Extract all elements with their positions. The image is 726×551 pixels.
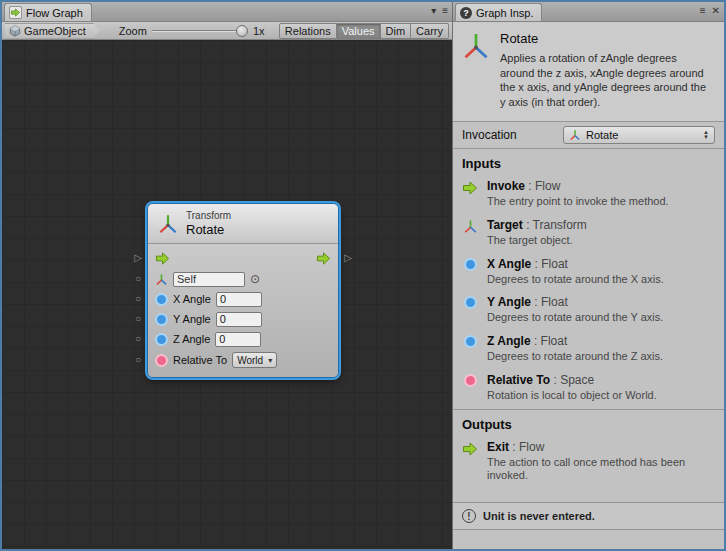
node-self-row: Self ⊙ bbox=[155, 269, 331, 289]
node-title: Rotate bbox=[186, 222, 231, 237]
input-doc-z-angle: Z AngleFloat Degrees to rotate around th… bbox=[453, 331, 724, 370]
dropdown-caret-icon: ▾ bbox=[268, 356, 272, 365]
y-angle-field[interactable]: 0 bbox=[216, 312, 262, 327]
port-description: The target object. bbox=[487, 234, 587, 248]
port-description: Rotation is local to object or World. bbox=[487, 389, 657, 403]
float-port-icon bbox=[462, 296, 478, 325]
node-type-label: Transform bbox=[186, 210, 231, 222]
relative-to-dropdown[interactable]: World ▾ bbox=[232, 352, 277, 368]
float-port-icon[interactable] bbox=[155, 333, 168, 346]
transform-mini-icon bbox=[569, 129, 581, 141]
breadcrumb-gameobject[interactable]: GameObject bbox=[5, 23, 100, 39]
port-description: The action to call once method has been … bbox=[487, 456, 715, 484]
carry-button[interactable]: Carry bbox=[411, 23, 449, 39]
port-name: Invoke bbox=[487, 179, 525, 193]
x-angle-input-port[interactable]: ○ bbox=[131, 293, 145, 305]
exit-flow-arrow-icon[interactable] bbox=[316, 251, 331, 266]
flow-graph-icon bbox=[9, 6, 22, 19]
panel-caret-icon[interactable]: ▾ bbox=[431, 5, 436, 17]
port-type: Space bbox=[550, 373, 594, 387]
input-doc-x-angle: X AngleFloat Degrees to rotate around th… bbox=[453, 254, 724, 293]
node-body: Self ⊙ X Angle 0 Y Angle 0 bbox=[148, 244, 338, 377]
breadcrumb-label: GameObject bbox=[24, 25, 86, 37]
float-port-icon[interactable] bbox=[155, 293, 168, 306]
port-name: Target bbox=[487, 218, 523, 232]
port-type: Float bbox=[531, 295, 568, 309]
transform-icon bbox=[462, 219, 478, 248]
zoom-slider-thumb[interactable] bbox=[236, 25, 248, 37]
zoom-slider-track bbox=[152, 30, 248, 32]
output-doc-exit: ExitFlow The action to call once method … bbox=[453, 437, 724, 490]
dropdown-stepper-icon: ▲▼ bbox=[703, 130, 709, 140]
warning-bar: ! Unit is never entered. bbox=[453, 502, 724, 530]
panel-menu-icon[interactable]: ≡ bbox=[700, 5, 706, 17]
input-doc-relative-to: Relative ToSpace Rotation is local to ob… bbox=[453, 370, 724, 409]
rotate-node[interactable]: ▷ ○ ○ ○ ○ ○ ▷ Transform Rotate bbox=[147, 203, 339, 378]
inputs-section-header: Inputs bbox=[453, 149, 724, 176]
port-name: Relative To bbox=[487, 373, 550, 387]
invocation-label: Invocation bbox=[462, 128, 517, 142]
space-port-icon[interactable] bbox=[155, 354, 168, 367]
relative-to-input-port[interactable]: ○ bbox=[131, 354, 145, 366]
x-angle-field[interactable]: 0 bbox=[216, 292, 262, 307]
input-doc-target: TargetTransform The target object. bbox=[453, 215, 724, 254]
flow-graph-tabbar: Flow Graph ▾ ≡ bbox=[2, 2, 452, 22]
invocation-dropdown[interactable]: Rotate ▲▼ bbox=[563, 126, 715, 144]
flow-arrow-icon bbox=[462, 441, 478, 484]
object-picker-icon[interactable]: ⊙ bbox=[250, 273, 260, 285]
z-angle-field[interactable]: 0 bbox=[215, 332, 261, 347]
unit-description: Applies a rotation of zAngle degrees aro… bbox=[500, 51, 712, 109]
target-input-port[interactable]: ○ bbox=[131, 273, 145, 285]
port-name: Z Angle bbox=[487, 334, 531, 348]
tab-flow-graph[interactable]: Flow Graph bbox=[4, 3, 92, 21]
node-y-angle-row: Y Angle 0 bbox=[155, 309, 331, 329]
warning-text: Unit is never entered. bbox=[483, 510, 595, 522]
zoom-label: Zoom bbox=[119, 25, 147, 37]
invoke-flow-arrow-icon[interactable] bbox=[155, 251, 170, 266]
y-angle-input-port[interactable]: ○ bbox=[131, 313, 145, 325]
self-field[interactable]: Self bbox=[173, 272, 245, 287]
flow-output-port[interactable]: ▷ bbox=[341, 252, 355, 264]
z-angle-input-port[interactable]: ○ bbox=[131, 333, 145, 345]
port-description: The entry point to invoke the method. bbox=[487, 195, 669, 209]
input-doc-invoke: InvokeFlow The entry point to invoke the… bbox=[453, 176, 724, 215]
node-flow-row bbox=[155, 247, 331, 269]
values-button[interactable]: Values bbox=[337, 23, 381, 39]
space-port-icon bbox=[462, 374, 478, 403]
editor-window: Flow Graph ▾ ≡ GameObject Zoom 1x Relati… bbox=[0, 0, 726, 551]
inspector-header: Rotate Applies a rotation of zAngle degr… bbox=[453, 22, 724, 122]
port-type: Float bbox=[531, 257, 568, 271]
flow-arrow-icon bbox=[462, 180, 478, 209]
port-description: Degrees to rotate around the Z axis. bbox=[487, 350, 663, 364]
node-relative-to-row: Relative To World ▾ bbox=[155, 349, 331, 371]
inspector-tabbar: ? Graph Insp. ≡ ✕ bbox=[453, 2, 724, 22]
tab-graph-inspector[interactable]: ? Graph Insp. bbox=[455, 3, 542, 21]
relations-button[interactable]: Relations bbox=[279, 23, 337, 39]
port-type: Float bbox=[531, 334, 568, 348]
invocation-row: Invocation Rotate ▲▼ bbox=[453, 122, 724, 149]
toolbar-toggle-group: Relations Values Dim Carry bbox=[279, 23, 449, 39]
port-type: Flow bbox=[525, 179, 560, 193]
panel-menu-icon[interactable]: ≡ bbox=[442, 5, 448, 17]
tab-graph-inspector-label: Graph Insp. bbox=[476, 7, 533, 19]
node-x-angle-row: X Angle 0 bbox=[155, 289, 331, 309]
warning-icon: ! bbox=[462, 509, 476, 523]
dim-button[interactable]: Dim bbox=[381, 23, 412, 39]
node-z-angle-row: Z Angle 0 bbox=[155, 329, 331, 349]
port-description: Degrees to rotate around the Y axis. bbox=[487, 311, 663, 325]
graph-canvas[interactable]: ▷ ○ ○ ○ ○ ○ ▷ Transform Rotate bbox=[2, 40, 452, 549]
float-port-icon bbox=[462, 258, 478, 287]
invocation-value: Rotate bbox=[586, 129, 618, 141]
node-header[interactable]: Transform Rotate bbox=[148, 204, 338, 244]
port-description: Degrees to rotate around the X axis. bbox=[487, 273, 664, 287]
z-angle-label: Z Angle bbox=[173, 333, 210, 345]
flow-input-port[interactable]: ▷ bbox=[131, 252, 145, 264]
graph-inspector-panel: ? Graph Insp. ≡ ✕ Rotate Applies a rotat… bbox=[452, 2, 724, 549]
float-port-icon[interactable] bbox=[155, 313, 168, 326]
graph-inspector-icon: ? bbox=[460, 7, 472, 19]
port-type: Flow bbox=[509, 440, 544, 454]
zoom-slider[interactable] bbox=[152, 23, 248, 39]
y-angle-label: Y Angle bbox=[173, 313, 211, 325]
close-icon[interactable]: ✕ bbox=[712, 5, 720, 17]
float-port-icon bbox=[462, 335, 478, 364]
